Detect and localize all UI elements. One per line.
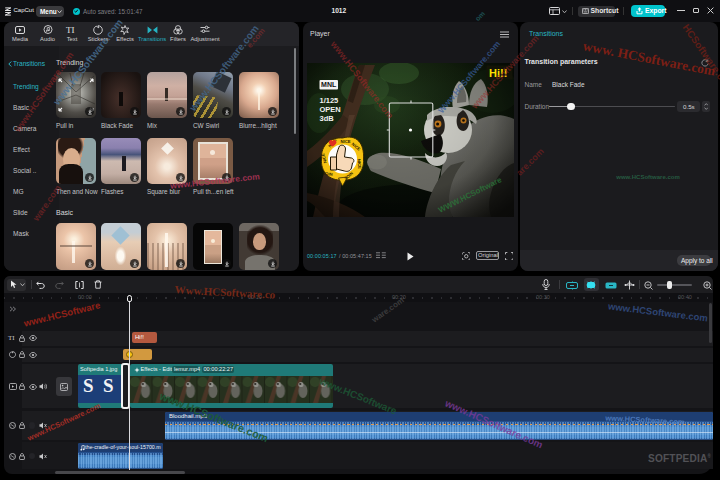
svg-text:Hi!!: Hi!! — [489, 67, 507, 79]
svg-text:NICE: NICE — [340, 139, 350, 144]
svg-text:NICE: NICE — [322, 171, 333, 177]
svg-text:1/125: 1/125 — [319, 96, 338, 105]
svg-text:OPEN: OPEN — [319, 105, 340, 114]
svg-text:MNL: MNL — [321, 81, 337, 88]
svg-text:3dB: 3dB — [319, 114, 334, 123]
svg-text:NICE: NICE — [356, 159, 362, 170]
